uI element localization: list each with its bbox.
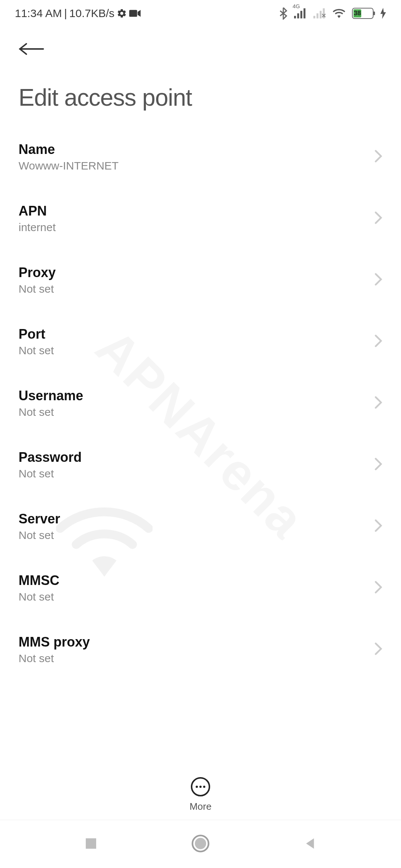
svg-rect-10	[86, 838, 96, 849]
chevron-right-icon	[374, 149, 382, 164]
nav-back-button[interactable]	[302, 836, 318, 853]
battery-icon: 38	[352, 8, 374, 19]
charging-icon	[380, 8, 386, 19]
status-bar: 11:34 AM | 10.7KB/s 4G 38	[0, 0, 401, 27]
svg-rect-0	[129, 10, 137, 17]
setting-value: Wowww-INTERNET	[19, 160, 374, 172]
chevron-right-icon	[374, 519, 382, 534]
setting-name[interactable]: Name Wowww-INTERNET	[19, 126, 386, 188]
more-label: More	[189, 801, 211, 812]
chevron-right-icon	[374, 642, 382, 657]
setting-label: Password	[19, 450, 374, 465]
setting-value: Not set	[19, 591, 374, 603]
status-time: 11:34 AM	[15, 7, 62, 20]
svg-point-12	[195, 838, 206, 849]
svg-rect-5	[313, 16, 315, 19]
setting-label: Username	[19, 388, 374, 404]
setting-label: MMS proxy	[19, 634, 374, 650]
back-button[interactable]	[19, 38, 45, 62]
svg-rect-3	[300, 11, 302, 18]
chevron-right-icon	[374, 581, 382, 595]
nav-bar	[0, 820, 401, 868]
camera-icon	[129, 9, 141, 18]
nav-home-button[interactable]	[191, 834, 210, 855]
setting-value: Not set	[19, 652, 374, 665]
svg-rect-4	[304, 8, 306, 18]
chevron-right-icon	[374, 273, 382, 287]
setting-password[interactable]: Password Not set	[19, 434, 386, 496]
setting-server[interactable]: Server Not set	[19, 496, 386, 557]
chevron-right-icon	[374, 396, 382, 411]
status-right: 4G 38	[279, 7, 386, 20]
setting-mms-proxy[interactable]: MMS proxy Not set	[19, 619, 386, 680]
chevron-right-icon	[374, 457, 382, 472]
setting-value: Not set	[19, 344, 374, 357]
wifi-icon	[333, 8, 345, 19]
setting-label: Server	[19, 511, 374, 527]
setting-label: Name	[19, 142, 374, 157]
more-button[interactable]: More	[0, 770, 401, 812]
svg-rect-1	[294, 16, 296, 19]
page-title: Edit access point	[0, 69, 401, 126]
header	[0, 27, 401, 69]
chevron-right-icon	[374, 334, 382, 349]
setting-value: Not set	[19, 283, 374, 295]
chevron-right-icon	[374, 211, 382, 226]
setting-value: Not set	[19, 406, 374, 418]
setting-username[interactable]: Username Not set	[19, 372, 386, 434]
setting-label: APN	[19, 203, 374, 219]
gear-icon	[117, 8, 127, 19]
svg-rect-2	[297, 13, 299, 19]
setting-label: Proxy	[19, 265, 374, 280]
setting-label: Port	[19, 326, 374, 342]
settings-list: Name Wowww-INTERNET APN internet Proxy N…	[0, 126, 401, 680]
svg-rect-7	[320, 11, 322, 18]
setting-mmsc[interactable]: MMSC Not set	[19, 557, 386, 619]
signal-4g-icon: 4G	[294, 8, 307, 19]
setting-proxy[interactable]: Proxy Not set	[19, 249, 386, 311]
status-separator: |	[64, 7, 67, 20]
setting-value: Not set	[19, 467, 374, 480]
more-icon	[191, 777, 210, 796]
setting-value: Not set	[19, 529, 374, 542]
setting-apn[interactable]: APN internet	[19, 188, 386, 249]
status-left: 11:34 AM | 10.7KB/s	[15, 7, 141, 20]
setting-label: MMSC	[19, 573, 374, 588]
status-speed: 10.7KB/s	[69, 7, 115, 20]
bluetooth-icon	[279, 7, 287, 20]
nav-recents-button[interactable]	[83, 836, 99, 853]
svg-rect-6	[317, 13, 319, 19]
setting-port[interactable]: Port Not set	[19, 311, 386, 372]
setting-value: internet	[19, 221, 374, 234]
signal-nosim-icon	[313, 8, 326, 19]
